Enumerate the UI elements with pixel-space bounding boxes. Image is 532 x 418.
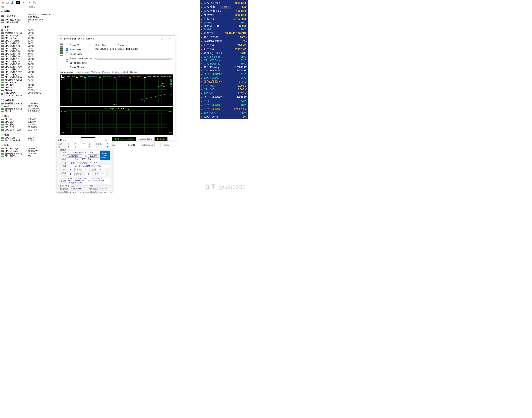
cpuz-tab-2[interactable]: 内存 [73, 142, 80, 149]
minimize-button[interactable]: — [150, 36, 157, 41]
sensor-row[interactable]: Aux23325 RPM [0, 105, 58, 107]
sensor-row[interactable]: CPU #1/核心 #1372 °C [0, 73, 58, 76]
stress-opt-1[interactable]: Stress FPU [65, 47, 92, 51]
sensor-row[interactable]: CPU GT Cores31 °C [0, 39, 58, 42]
stress-opt-4[interactable]: Stress local disks [65, 61, 92, 65]
stress-opt-5[interactable]: Stress GPU(s) [65, 65, 92, 69]
sensor-row[interactable]: CPU #1/核心 #876 °C [0, 60, 58, 63]
sensor-row[interactable]: CPU #1/核心 #1076 °C [0, 66, 58, 68]
sensor-row[interactable]: GPU 20 RPM (0%) [0, 110, 58, 113]
search-icon[interactable]: 🔍 [33, 1, 36, 4]
legend-item[interactable]: KINGSTON SKC3000D2048G [144, 75, 171, 78]
legend-item[interactable]: CPU Core #1 [84, 75, 98, 78]
sensor-row[interactable]: CPU Package79 °C [0, 34, 58, 37]
sensor-row[interactable]: 图形处理器(GPU)14.98 W [0, 152, 58, 155]
close-button[interactable]: ✕ [166, 36, 173, 41]
maximize-button[interactable]: □ [104, 139, 108, 141]
legend-item[interactable]: Motherboard [61, 75, 75, 78]
log-scrollbar[interactable] [94, 58, 173, 60]
tab-temperatures[interactable]: Temperatures [60, 71, 73, 73]
tab-voltages[interactable]: Voltages [91, 71, 100, 73]
sensor-row[interactable]: GPU 显存50 °C [0, 84, 58, 86]
chevron-icon: ▸ [201, 115, 203, 118]
sensor-row[interactable]: CPU VID1.116 V [0, 121, 58, 123]
sensor-row[interactable]: CPU #1/核心 #378 °C [0, 47, 58, 50]
cpuz-tab-0[interactable]: 处理器 [57, 142, 66, 149]
sensor-row[interactable]: DIMM239 °C [0, 86, 58, 89]
sensor-row[interactable]: CPU 核心1.116 V [0, 118, 58, 121]
sensor-row[interactable]: GPU PCIe0.53 A [0, 137, 58, 139]
flame-icon[interactable]: 🔥 [1, 1, 4, 4]
stress-opt-0[interactable]: Stress CPU [65, 43, 92, 47]
sensor-row[interactable]: CPU #1/核心 #1174 °C [0, 68, 58, 71]
sensor-row[interactable]: 中央处理器(CPU)78 °C [0, 32, 58, 34]
cpuz-tab-4[interactable]: 显卡 [87, 142, 94, 149]
sensor-row[interactable]: 图形处理器(GPU)0 RPM (0%) [0, 107, 58, 110]
sensor-row[interactable]: CPU IA Cores79 °C [0, 37, 58, 39]
osd-search[interactable]: 查找 [220, 6, 231, 9]
section-volts_head[interactable]: ⚡电压 [0, 114, 58, 118]
sensor-row[interactable]: CPU #1/核心 #580 °C [0, 53, 58, 55]
section-pow_head[interactable]: ⚡功耗 [0, 143, 58, 147]
close-button[interactable]: ✕ [108, 139, 111, 141]
sensor-row[interactable]: GPU 12VHPWR0.69 A [0, 139, 58, 142]
legend-item[interactable]: CPU [76, 75, 83, 78]
tab-unified[interactable]: Unified [121, 71, 128, 73]
section-curr_head[interactable]: ⚡电流 [0, 133, 58, 137]
minimize-button[interactable]: — [101, 139, 104, 141]
tab-statistics[interactable]: Statistics [130, 71, 139, 73]
sensor-row[interactable]: CPU #1/核心 #480 °C [0, 50, 58, 53]
sensor-row[interactable]: CPU Package140.09 W [0, 147, 58, 150]
sensor-row[interactable]: 中央处理器(CPU)2339 RPM [0, 102, 58, 105]
sensor-row[interactable]: 图形处理器(GPU)41 °C [0, 79, 58, 81]
sensor-row[interactable]: GPU 核心0.875 V [0, 123, 58, 126]
col-value[interactable]: 当前值 [29, 6, 58, 9]
sensor-row[interactable]: GPU 传感器类型Driver (NV-DRV) [0, 18, 58, 21]
sensor-row[interactable]: CPU #1/核心 #272 °C [0, 45, 58, 47]
user-icon[interactable]: 👤 [11, 1, 14, 4]
col-item[interactable]: 项目 [0, 6, 29, 9]
sensor-row[interactable]: CPU IA Cores129.05 W [0, 150, 58, 152]
sensor-row[interactable]: 主板34 °C [0, 29, 58, 32]
sensor-row[interactable]: GPU 12VHPWR12.275 V [0, 128, 58, 131]
tab-cooling fans[interactable]: Cooling Fans [76, 71, 89, 73]
cpuz-tab-1[interactable]: 主板 [66, 142, 73, 149]
osd-icon[interactable]: OSD [16, 0, 20, 4]
legend-item[interactable]: CPU Core #2 [99, 75, 113, 78]
cpuz-tab-3[interactable]: SPD [80, 142, 87, 149]
stress-opt-3[interactable]: Stress system memory [65, 56, 92, 60]
cpuz-tab-5[interactable]: 基准跑分 [94, 142, 105, 149]
sensor-row[interactable]: DIMM439 °C [0, 89, 58, 92]
sensor-row[interactable]: CPU #1/核心 #174 °C [0, 42, 58, 45]
sensor-row[interactable]: CPU #1/核心 #776 °C [0, 58, 58, 60]
tab-powers[interactable]: Powers [102, 71, 109, 73]
close-button[interactable]: Close [160, 143, 173, 147]
tab-clocks[interactable]: Clocks [112, 71, 118, 73]
sensor-row[interactable]: CPU #1/核心 #1466 °C [0, 76, 58, 79]
legend-item[interactable]: CPU Core #3 [114, 75, 128, 78]
sensor-row[interactable]: CPU #1/核心 #680 °C [0, 55, 58, 58]
section-sensors[interactable]: ◉传感器 [0, 10, 58, 13]
sensor-row[interactable]: GPU Hotspot51 °C [0, 81, 58, 84]
sensor-row[interactable]: KINGSTON SKC3000D2048G38 °C / 82 °C [0, 92, 58, 97]
preferences-button[interactable]: Preferences [139, 143, 155, 147]
maximize-button[interactable]: □ [158, 36, 165, 41]
chart-icon[interactable]: 📊 [6, 1, 9, 4]
sensor-row[interactable]: GPU TDP%5% [0, 155, 58, 158]
sensor-row[interactable]: 传感器类型Nuvoton NCT6796D/5582D (ISA A20h) [0, 13, 58, 18]
legend-item[interactable]: CPU Core #4 [129, 75, 143, 78]
cpuz-tab-6[interactable]: 关于 [105, 142, 112, 149]
sensor-row[interactable]: CPU #1/核心 #1272 °C [0, 71, 58, 73]
refresh-icon[interactable]: ⟳ [21, 1, 24, 4]
sensor-row[interactable]: 机箱入侵检测是 [0, 21, 58, 24]
cpuid-button[interactable]: CPUID [125, 143, 138, 147]
section-fans_head[interactable]: 冷却风扇 [0, 98, 58, 102]
cpuz-titlebar[interactable]: ◉ CPU-Z — □ ✕ [57, 138, 112, 142]
download-icon[interactable]: ⬇ [28, 1, 31, 4]
aida-titlebar[interactable]: 🔥 System Stability Test - AIDA64 — □ ✕ [58, 36, 175, 42]
log-row[interactable]: 2024/10/15 17:37:36 Stability Test: Star… [94, 47, 173, 51]
stress-opt-2[interactable]: Stress cache [65, 52, 92, 56]
section-temps_head[interactable]: 🌡温度 [0, 25, 58, 29]
sensor-row[interactable]: CPU #1/核心 #978 °C [0, 63, 58, 66]
sensor-row[interactable]: GPU PCIe12.309 V [0, 126, 58, 128]
